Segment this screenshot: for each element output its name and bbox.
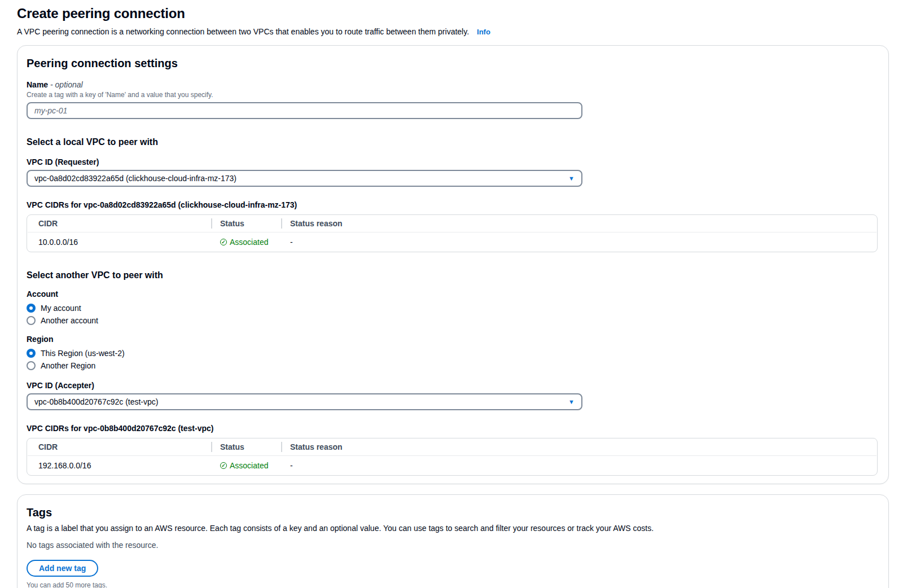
radio-another-region[interactable]: Another Region bbox=[27, 359, 877, 372]
radio-unselected-icon bbox=[27, 361, 36, 370]
account-radio-group: My account Another account bbox=[27, 302, 877, 327]
column-header-status-reason: Status reason bbox=[281, 219, 877, 228]
account-label: Account bbox=[27, 289, 877, 299]
check-circle-icon: ✓ bbox=[220, 239, 227, 245]
radio-selected-icon bbox=[27, 349, 36, 358]
requester-vpc-value: vpc-0a8d02cd83922a65d (clickhouse-cloud-… bbox=[34, 174, 236, 183]
accepter-vpc-label: VPC ID (Accepter) bbox=[27, 381, 877, 390]
status-reason-cell: - bbox=[281, 461, 877, 470]
tags-remaining-text: You can add 50 more tags. bbox=[27, 581, 877, 588]
tags-empty-text: No tags associated with the resource. bbox=[27, 541, 877, 550]
accepter-cidr-table-label: VPC CIDRs for vpc-0b8b400d20767c92c (tes… bbox=[27, 424, 877, 433]
cidr-cell: 192.168.0.0/16 bbox=[27, 461, 211, 470]
name-input[interactable] bbox=[27, 102, 582, 119]
table-header-row: CIDR Status Status reason bbox=[27, 215, 877, 232]
tags-card: Tags A tag is a label that you assign to… bbox=[17, 494, 889, 588]
accepter-cidr-table: CIDR Status Status reason 192.168.0.0/16… bbox=[27, 438, 878, 476]
local-vpc-section-title: Select a local VPC to peer with bbox=[27, 137, 877, 147]
radio-label: This Region (us-west-2) bbox=[41, 349, 125, 358]
column-header-status: Status bbox=[211, 442, 281, 451]
radio-my-account[interactable]: My account bbox=[27, 302, 877, 314]
column-header-status-reason: Status reason bbox=[281, 442, 877, 451]
status-text: Associated bbox=[230, 238, 268, 247]
radio-this-region[interactable]: This Region (us-west-2) bbox=[27, 347, 877, 359]
tags-description: A tag is a label that you assign to an A… bbox=[27, 524, 877, 533]
name-field-help: Create a tag with a key of 'Name' and a … bbox=[27, 91, 877, 99]
name-field-label: Name - optional bbox=[27, 80, 877, 89]
status-cell: ✓ Associated bbox=[211, 238, 281, 247]
radio-label: Another Region bbox=[41, 361, 95, 370]
add-new-tag-button[interactable]: Add new tag bbox=[27, 560, 98, 577]
cidr-cell: 10.0.0.0/16 bbox=[27, 238, 211, 247]
radio-dot bbox=[29, 352, 33, 355]
status-text: Associated bbox=[230, 461, 268, 470]
column-header-status: Status bbox=[211, 219, 281, 228]
status-badge: ✓ Associated bbox=[220, 238, 281, 247]
status-cell: ✓ Associated bbox=[211, 461, 281, 470]
requester-cidr-table: CIDR Status Status reason 10.0.0.0/16 ✓ … bbox=[27, 214, 878, 252]
status-reason-cell: - bbox=[281, 238, 877, 247]
name-optional-note: - optional bbox=[50, 80, 83, 89]
radio-label: My account bbox=[41, 304, 81, 313]
table-row: 192.168.0.0/16 ✓ Associated - bbox=[27, 456, 877, 475]
chevron-down-icon: ▼ bbox=[568, 175, 575, 182]
check-circle-icon: ✓ bbox=[220, 462, 227, 469]
info-link[interactable]: Info bbox=[477, 28, 490, 36]
create-peering-connection-page: Create peering connection A VPC peering … bbox=[0, 0, 903, 588]
requester-cidr-table-label: VPC CIDRs for vpc-0a8d02cd83922a65d (cli… bbox=[27, 200, 877, 209]
radio-unselected-icon bbox=[27, 316, 36, 325]
radio-label: Another account bbox=[41, 316, 98, 325]
accepter-vpc-value: vpc-0b8b400d20767c92c (test-vpc) bbox=[34, 397, 158, 406]
radio-another-account[interactable]: Another account bbox=[27, 314, 877, 327]
accepter-vpc-select[interactable]: vpc-0b8b400d20767c92c (test-vpc) ▼ bbox=[27, 393, 582, 410]
settings-card-title: Peering connection settings bbox=[27, 57, 877, 70]
tags-card-title: Tags bbox=[27, 506, 877, 519]
column-header-cidr: CIDR bbox=[27, 219, 211, 228]
requester-vpc-select[interactable]: vpc-0a8d02cd83922a65d (clickhouse-cloud-… bbox=[27, 170, 582, 187]
column-header-cidr: CIDR bbox=[27, 442, 211, 451]
table-row: 10.0.0.0/16 ✓ Associated - bbox=[27, 232, 877, 252]
peering-settings-card: Peering connection settings Name - optio… bbox=[17, 45, 889, 484]
radio-dot bbox=[29, 306, 33, 310]
region-label: Region bbox=[27, 335, 877, 344]
page-description: A VPC peering connection is a networking… bbox=[17, 27, 889, 36]
requester-vpc-label: VPC ID (Requester) bbox=[27, 157, 877, 166]
table-header-row: CIDR Status Status reason bbox=[27, 438, 877, 455]
page-title: Create peering connection bbox=[17, 6, 889, 21]
name-label-text: Name bbox=[27, 80, 48, 89]
chevron-down-icon: ▼ bbox=[568, 399, 575, 405]
other-vpc-section-title: Select another VPC to peer with bbox=[27, 270, 877, 280]
page-description-text: A VPC peering connection is a networking… bbox=[17, 27, 469, 36]
radio-selected-icon bbox=[27, 304, 36, 313]
region-radio-group: This Region (us-west-2) Another Region bbox=[27, 347, 877, 372]
status-badge: ✓ Associated bbox=[220, 461, 281, 470]
